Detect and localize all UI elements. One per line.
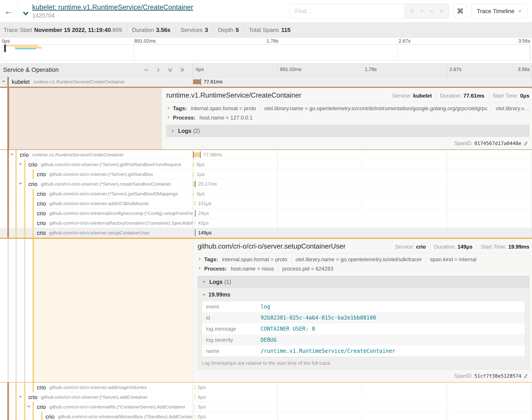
trace-summary-bar: Trace StartNovember 15 2022, 11:19:40.80… <box>0 22 532 38</box>
chevron-down-icon <box>202 292 206 297</box>
collapse-all-double-chevron-down-icon[interactable] <box>167 67 173 73</box>
span-link-icon[interactable] <box>523 374 529 379</box>
span-service-name: crio <box>37 384 46 391</box>
key-value-item: internal.span.format = proto <box>191 105 256 112</box>
row-collapse-chevron-icon[interactable] <box>9 152 14 158</box>
service-color-bar <box>24 392 26 402</box>
find-next-chevron-down-icon[interactable] <box>429 8 435 14</box>
tree-guide-line <box>15 383 17 392</box>
trace-view-selector[interactable]: Trace Timeline <box>471 4 528 18</box>
chevron-down-icon <box>26 404 31 409</box>
span-row[interactable]: kubeletruntime.v1.RuntimeService/CreateC… <box>0 77 532 87</box>
span-row[interactable]: criogithub.com/cri-o/cri-o/internal/lib.… <box>0 402 532 412</box>
row-collapse-chevron-icon[interactable] <box>1 79 6 85</box>
span-row[interactable]: criogithub.com/cri-o/cri-o/server.(*Serv… <box>0 169 532 179</box>
span-row[interactable]: criogithub.com/cri-o/cri-o/server.addOCI… <box>0 199 532 209</box>
span-row-timeline-cell[interactable]: 0μs <box>193 189 532 199</box>
back-button[interactable]: ← <box>0 0 17 22</box>
span-row-timeline-cell[interactable]: 1μs <box>193 169 532 179</box>
span-duration-bar[interactable] <box>193 182 195 186</box>
keyboard-shortcuts-button[interactable]: ⌘ <box>454 4 467 18</box>
tree-guide-line <box>7 402 9 412</box>
tags-accordion[interactable]: Tags:internal.span.format = protootel.li… <box>166 105 529 112</box>
span-duration-bar[interactable] <box>194 395 195 400</box>
expand-all-double-chevron-right-icon[interactable] <box>179 67 185 73</box>
span-row[interactable]: criogithub.com/cri-o/cri-o/server.(*Serv… <box>0 160 532 169</box>
span-operation-name: github.com/cri-o/cri-o/internal/lib/sand… <box>58 414 193 419</box>
minimap-canvas[interactable] <box>2 44 530 61</box>
service-color-bar <box>32 402 34 412</box>
service-operation-title: Service & Operation <box>3 66 143 73</box>
span-row-timeline-cell[interactable]: 0μs <box>193 383 532 392</box>
log-field-value: DEBUG <box>257 334 525 345</box>
span-row[interactable]: criogithub.com/cri-o/cri-o/internal/conf… <box>0 209 532 218</box>
span-row[interactable]: criogithub.com/cri-o/cri-o/server.addIma… <box>0 383 532 392</box>
span-duration-bar[interactable] <box>194 405 195 409</box>
span-service-name: crio <box>20 152 29 158</box>
row-collapse-chevron-icon[interactable] <box>18 181 23 187</box>
process-accordion[interactable]: Process:host.name = 127.0.0.1 <box>166 115 529 121</box>
span-row-timeline-cell[interactable]: 6μs <box>193 392 532 402</box>
span-row-label: criogithub.com/cri-o/cri-o/server.(*Serv… <box>0 392 193 402</box>
minimap-ticks: 0μs891.02ms1.78s2.67s3.56s <box>2 38 530 44</box>
span-duration-bar[interactable] <box>194 201 195 206</box>
service-color-bar <box>41 412 43 420</box>
span-row-timeline-cell[interactable]: 77.61ms <box>193 77 532 87</box>
span-row[interactable]: criogithub.com/cri-o/cri-o/internal/lib/… <box>0 412 532 420</box>
span-duration-bar[interactable] <box>194 414 195 419</box>
process-accordion-label: Process: <box>204 266 227 272</box>
tree-guide-line <box>24 412 26 420</box>
service-color-bar <box>32 383 34 392</box>
span-row-name-cell: criogithub.com/cri-o/cri-o/internal/lib.… <box>0 402 193 412</box>
span-row-timeline-cell[interactable]: 149μs <box>193 228 532 238</box>
span-row-timeline-cell[interactable]: 0μs <box>193 412 532 420</box>
span-duration-bar[interactable] <box>193 172 194 177</box>
span-row[interactable]: criogithub.com/cri-o/cri-o/server.(*Serv… <box>0 392 532 402</box>
row-collapse-chevron-icon[interactable] <box>18 394 23 400</box>
tags-accordion[interactable]: Tags:internal.span.format = protootel.li… <box>198 256 529 263</box>
span-detail-header: github.com/cri-o/cri-o/server.setupConta… <box>198 242 529 250</box>
logs-accordion[interactable]: Logs(1) <box>198 276 529 288</box>
span-duration-bar[interactable] <box>193 191 194 196</box>
log-field-value: log <box>257 301 525 313</box>
find-clear-close-icon[interactable] <box>439 8 445 14</box>
span-duration-bar[interactable] <box>193 79 200 84</box>
locate-icon[interactable] <box>409 8 415 14</box>
span-row-timeline-cell[interactable]: 8μs <box>193 160 532 169</box>
chevron-right-icon <box>166 106 171 110</box>
process-accordion[interactable]: Process:host.name = nixosprocess.pid = 6… <box>198 266 529 272</box>
trace-collapse-chevron-icon[interactable] <box>22 10 30 18</box>
span-row-timeline-cell[interactable]: 151μs <box>193 199 532 209</box>
span-row-timeline-cell[interactable]: 3μs <box>193 402 532 412</box>
span-link-icon[interactable] <box>523 141 529 146</box>
span-row-label: criogithub.com/cri-o/cri-o/server.(*Serv… <box>0 179 193 189</box>
span-row[interactable]: crioruntime.v1.RuntimeService/CreateCont… <box>0 150 532 160</box>
span-row-timeline-cell[interactable]: 20.17ms <box>193 179 532 189</box>
row-collapse-chevron-icon[interactable] <box>26 404 31 410</box>
span-row[interactable]: criogithub.com/cri-o/cri-o/internal/fact… <box>0 218 532 228</box>
row-collapse-chevron-icon[interactable] <box>18 162 23 167</box>
trace-title-link[interactable]: kubelet: runtime.v1.RuntimeService/Creat… <box>32 3 193 12</box>
chevron-down-icon <box>18 162 23 166</box>
logs-accordion[interactable]: Logs(2) <box>166 125 529 137</box>
span-row-timeline-cell[interactable]: 77.08ms <box>193 150 532 160</box>
find-input[interactable] <box>290 4 404 18</box>
span-duration-bar[interactable] <box>194 221 195 225</box>
minimap-scrubber[interactable] <box>4 45 6 52</box>
trace-summary-value: 5 <box>236 27 239 33</box>
span-row-timeline-cell[interactable]: 24μs <box>193 209 532 218</box>
span-row[interactable]: criogithub.com/cri-o/cri-o/server.setupC… <box>0 228 532 238</box>
find-prev-chevron-up-icon[interactable] <box>419 8 424 14</box>
log-entry-toggle[interactable]: 19.99ms <box>202 291 525 298</box>
span-row-label: criogithub.com/cri-o/cri-o/server.addOCI… <box>0 199 193 209</box>
expand-one-chevron-right-icon[interactable] <box>155 67 161 73</box>
span-row[interactable]: criogithub.com/cri-o/cri-o/server.(*Serv… <box>0 189 532 199</box>
span-duration-bar[interactable] <box>193 162 194 167</box>
span-duration-bar[interactable] <box>194 152 200 157</box>
span-row-timeline-cell[interactable]: 43μs <box>193 218 532 228</box>
span-row[interactable]: criogithub.com/cri-o/cri-o/server.(*Serv… <box>0 179 532 189</box>
collapse-one-chevron-down-icon[interactable] <box>143 67 149 73</box>
span-duration-bar[interactable] <box>194 385 195 390</box>
service-color-bar <box>32 218 34 228</box>
logs-content: 19.99mseventlogid92b82381-025c-4a64-815c… <box>198 288 529 369</box>
